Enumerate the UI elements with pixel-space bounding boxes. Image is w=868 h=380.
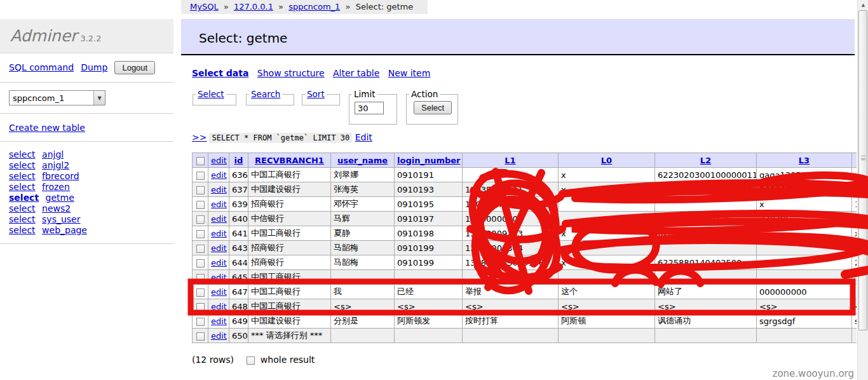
- sidebar-commands: SQL command Dump Logout: [0, 53, 173, 83]
- column-header-link[interactable]: user_name: [337, 156, 388, 165]
- search-legend-link[interactable]: Search: [251, 89, 280, 99]
- select-all-checkbox[interactable]: [196, 157, 205, 165]
- row-checkbox[interactable]: [196, 288, 205, 297]
- vertical-scrollbar[interactable]: ▲: [857, 0, 868, 380]
- table-select-link[interactable]: select: [9, 193, 39, 203]
- row-edit-link[interactable]: edit: [211, 316, 227, 326]
- table-select-link[interactable]: select: [9, 182, 36, 192]
- row-edit-link[interactable]: edit: [211, 302, 227, 311]
- chevron-down-icon[interactable]: ▼: [93, 91, 105, 105]
- cell-l0: [559, 241, 655, 255]
- select-legend-link[interactable]: Select: [198, 89, 224, 99]
- cell-l0: 阿斯顿: [559, 314, 655, 329]
- row-checkbox[interactable]: [196, 215, 205, 224]
- row-checkbox[interactable]: [196, 245, 205, 253]
- row-edit-link[interactable]: edit: [211, 243, 227, 253]
- limit-fieldset: Limit: [349, 89, 397, 125]
- table-name-link[interactable]: news2: [42, 203, 71, 214]
- sort-legend-link[interactable]: Sort: [307, 89, 325, 99]
- cell-extra: 2: [852, 255, 857, 270]
- sql-command-link[interactable]: SQL command: [9, 62, 74, 72]
- breadcrumb-link-mysql[interactable]: MySQL: [190, 2, 219, 11]
- cell-login_number: [395, 270, 463, 285]
- sidebar-table-item: select fbrecord: [9, 171, 173, 182]
- row-edit-link[interactable]: edit: [211, 214, 227, 224]
- row-checkbox[interactable]: [196, 303, 205, 311]
- column-header-link[interactable]: login_number: [397, 156, 461, 165]
- table-select-link[interactable]: select: [9, 171, 36, 181]
- column-header-link[interactable]: L0: [601, 156, 612, 165]
- column-header-link[interactable]: L1: [505, 156, 515, 165]
- query-edit-link[interactable]: Edit: [355, 132, 372, 142]
- cell-l3: x: [757, 197, 852, 212]
- select-submit-button[interactable]: Select: [414, 101, 452, 114]
- cell-id: 639: [229, 197, 248, 212]
- row-checkbox[interactable]: [196, 172, 205, 180]
- table-name-link[interactable]: frozen: [42, 182, 70, 192]
- table-name-link[interactable]: getme: [46, 193, 74, 203]
- cell-extra: 3: [852, 182, 857, 197]
- create-table-link[interactable]: Create new table: [9, 123, 85, 133]
- cell-extra: 8: [852, 212, 857, 226]
- table-select-link[interactable]: select: [9, 214, 36, 224]
- sidebar-table-item: select anjgl: [9, 149, 173, 160]
- cell-l2: [655, 197, 757, 212]
- cell-id: 643: [229, 241, 248, 255]
- table-select-link[interactable]: select: [9, 149, 36, 159]
- cell-l0: [559, 197, 655, 212]
- table-name-link[interactable]: web_page: [42, 225, 87, 235]
- breadcrumb-link-server[interactable]: 127.0.0.1: [234, 2, 273, 11]
- cell-user_name: [331, 270, 395, 285]
- column-header-link[interactable]: L2: [700, 156, 711, 165]
- column-header-link[interactable]: L3: [799, 156, 810, 165]
- row-edit-link[interactable]: edit: [211, 331, 227, 341]
- tab-new-item[interactable]: New item: [388, 68, 431, 78]
- table-row: edit643招商银行马韶梅0910199135000013642: [193, 241, 857, 255]
- table-name-link[interactable]: sys_user: [42, 214, 80, 224]
- scrollbar-thumb[interactable]: [858, 10, 867, 330]
- table-select-link[interactable]: select: [9, 225, 36, 235]
- row-checkbox[interactable]: [196, 186, 205, 194]
- cell-branch: 中国工商银行: [248, 299, 331, 314]
- breadcrumb-link-database[interactable]: sppcncom_1: [288, 2, 340, 11]
- cell-extra: [852, 329, 857, 343]
- page-title: Select: getme: [181, 19, 855, 46]
- cell-l3: [757, 226, 852, 241]
- row-edit-link[interactable]: edit: [211, 229, 227, 238]
- cell-id: 636: [229, 168, 248, 182]
- table-name-link[interactable]: anjgl2: [42, 160, 69, 170]
- row-edit-link[interactable]: edit: [211, 287, 227, 297]
- tab-select-data[interactable]: Select data: [192, 68, 248, 78]
- row-edit-link[interactable]: edit: [211, 273, 227, 282]
- row-checkbox[interactable]: [196, 274, 205, 282]
- cell-user_name: <s>: [331, 299, 395, 314]
- cell-l2: 网站了: [655, 285, 757, 299]
- table-select-link[interactable]: select: [9, 203, 36, 214]
- tab-show-structure[interactable]: Show structure: [257, 68, 325, 78]
- row-edit-link[interactable]: edit: [211, 258, 227, 268]
- query-expand-link[interactable]: >>: [192, 132, 207, 142]
- cell-l0: x: [559, 255, 655, 270]
- row-checkbox[interactable]: [196, 259, 205, 268]
- column-header-link[interactable]: RECVBRANCH1: [255, 156, 324, 165]
- row-checkbox[interactable]: [196, 318, 205, 326]
- tab-alter-table[interactable]: Alter table: [333, 68, 379, 78]
- row-edit-link[interactable]: edit: [211, 200, 227, 209]
- scrollbar-up-icon[interactable]: ▲: [859, 1, 867, 10]
- row-checkbox[interactable]: [196, 230, 205, 238]
- table-name-link[interactable]: fbrecord: [42, 171, 79, 181]
- database-select[interactable]: sppcncom_1 ▼: [9, 90, 105, 105]
- row-checkbox[interactable]: [196, 201, 205, 209]
- cell-l1: [463, 168, 559, 182]
- table-select-link[interactable]: select: [9, 160, 36, 170]
- table-name-link[interactable]: anjgl: [42, 149, 64, 159]
- logout-button[interactable]: Logout: [114, 61, 155, 74]
- cell-l3: 220306: [757, 212, 852, 226]
- dump-link[interactable]: Dump: [81, 62, 107, 72]
- limit-input[interactable]: [355, 102, 384, 114]
- whole-result-checkbox[interactable]: [247, 356, 255, 365]
- row-checkbox[interactable]: [196, 332, 205, 341]
- row-edit-link[interactable]: edit: [211, 170, 227, 180]
- row-edit-link[interactable]: edit: [211, 185, 227, 194]
- column-header-link[interactable]: id: [234, 156, 243, 165]
